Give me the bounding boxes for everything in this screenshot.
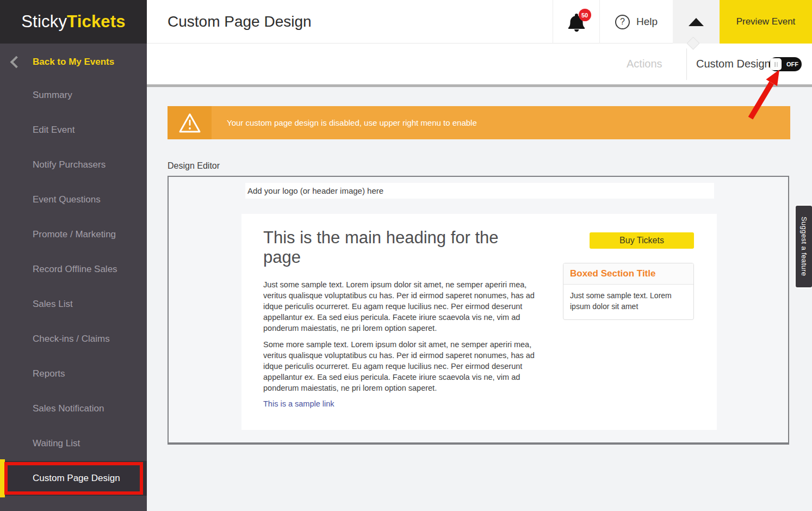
sidebar-item-label: Custom Page Design [33,473,120,484]
collapse-menu-button[interactable] [673,0,720,44]
custom-design-toggle[interactable]: OFF [769,57,802,71]
help-button[interactable]: ? Help [599,0,673,44]
app-logo[interactable]: StickyTickets [0,0,147,44]
logo-part-sticky: Sticky [21,12,67,31]
boxed-section: Boxed Section Title Just some sample tex… [563,263,694,320]
warning-banner: Your custom page design is disabled, use… [168,106,790,139]
logo-part-tickets: Tickets [67,12,126,31]
sidebar-item-notify-purchasers[interactable]: Notify Purchasers [0,147,147,182]
help-icon: ? [615,15,630,29]
custom-design-label: Custom Design [696,44,771,84]
main-content: Your custom page design is disabled, use… [147,87,812,511]
sidebar-item-label: Notify Purchasers [33,159,106,170]
warning-text: Your custom page design is disabled, use… [227,106,477,139]
sidebar-item-event-questions[interactable]: Event Questions [0,182,147,217]
sidebar-item-label: Sales Notification [33,403,104,414]
preview-main-heading[interactable]: This is the main heading for the page [263,228,524,267]
sidebar: Back to My Events SummaryEdit EventNotif… [0,44,147,511]
back-label: Back to My Events [33,57,114,67]
sidebar-item-label: Event Questions [33,194,101,205]
sidebar-item-custom-page-design[interactable]: Custom Page Design [0,461,147,496]
sidebar-item-label: Edit Event [33,125,75,136]
sidebar-item-sales-notification[interactable]: Sales Notification [0,391,147,426]
header-bar: Custom Page Design 50 ? Help Preview Eve… [147,0,812,44]
bell-icon: 50 [567,11,586,33]
sidebar-item-label: Reports [33,368,65,379]
triangle-up-icon [689,18,704,26]
help-label: Help [636,16,658,28]
design-editor-canvas: Add your logo (or header image) here Thi… [168,176,789,445]
sidebar-item-label: Promote / Marketing [33,229,116,240]
logo-upload-placeholder[interactable]: Add your logo (or header image) here [245,183,714,199]
design-editor-label: Design Editor [168,161,220,171]
sidebar-item-waiting-list[interactable]: Waiting List [0,426,147,461]
toggle-state-label: OFF [784,61,801,67]
notification-count-badge: 50 [579,9,591,21]
preview-event-button[interactable]: Preview Event [720,0,812,44]
sidebar-item-label: Waiting List [33,438,80,449]
boxed-section-title[interactable]: Boxed Section Title [563,263,693,285]
logo-text: StickyTickets [21,12,126,32]
preview-paragraph-1[interactable]: Just some sample text. Lorem ipsum dolor… [263,279,548,334]
sidebar-item-label: Record Offline Sales [33,264,117,275]
sidebar-item-promote-marketing[interactable]: Promote / Marketing [0,217,147,252]
sidebar-item-reports[interactable]: Reports [0,356,147,391]
actions-bar-divider [686,48,687,80]
back-to-my-events-link[interactable]: Back to My Events [0,49,147,75]
design-preview-card: This is the main heading for the page Bu… [241,214,717,430]
preview-paragraph-2[interactable]: Some more sample text. Lorem ipsum dolor… [263,339,548,393]
suggest-a-feature-tab[interactable]: Suggest a feature [796,206,812,287]
preview-event-label: Preview Event [736,16,796,27]
buy-tickets-button[interactable]: Buy Tickets [590,232,694,249]
sidebar-item-label: Check-ins / Claims [33,334,110,344]
actions-menu-label[interactable]: Actions [627,44,662,84]
notifications-button[interactable]: 50 [553,0,599,44]
sidebar-item-sales-list[interactable]: Sales List [0,287,147,322]
sidebar-nav: SummaryEdit EventNotify PurchasersEvent … [0,78,147,496]
chevron-left-icon [10,56,23,69]
toggle-knob [770,58,782,70]
boxed-section-body[interactable]: Just some sample text. Lorem ipsum dolor… [563,285,693,319]
warning-icon-box [168,106,212,139]
sidebar-item-record-offline-sales[interactable]: Record Offline Sales [0,252,147,287]
warning-triangle-icon [178,112,202,134]
actions-bar: Actions Custom Design OFF [147,44,812,87]
sidebar-item-edit-event[interactable]: Edit Event [0,113,147,147]
sidebar-item-label: Sales List [33,299,73,310]
page-title: Custom Page Design [168,0,312,44]
sidebar-item-check-ins-claims[interactable]: Check-ins / Claims [0,322,147,356]
sidebar-item-label: Summary [33,90,72,101]
active-item-accent-bar [0,459,5,497]
sample-link[interactable]: This is a sample link [263,399,334,408]
sidebar-item-summary[interactable]: Summary [0,78,147,113]
